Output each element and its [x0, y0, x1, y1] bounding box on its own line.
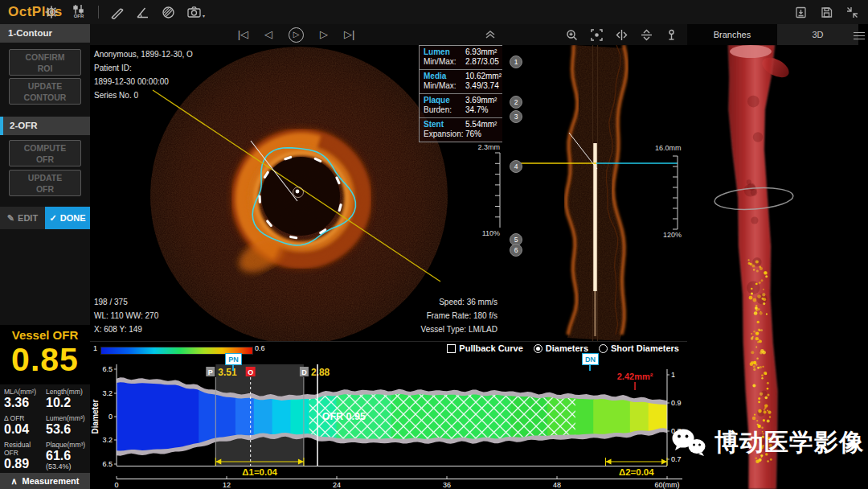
pn-marker-tick — [232, 365, 234, 371]
longitudinal-panel: 123456 16.0mm 120% — [502, 24, 688, 341]
edit-icon: ✎ — [7, 213, 14, 224]
panel-menu-icon[interactable] — [854, 30, 865, 39]
svg-text:Diameter: Diameter — [91, 400, 100, 434]
update-ofr-button[interactable]: UPDATE OFR — [9, 170, 81, 196]
svg-text:12: 12 — [223, 481, 231, 489]
flip-vertical-icon[interactable] — [638, 26, 654, 43]
svg-text:0: 0 — [114, 481, 118, 489]
patient-info: Anonymous, 1899-12-30, OPatient ID:1899-… — [94, 47, 193, 102]
last-frame-button[interactable]: ▷| — [344, 28, 354, 41]
dn-marker-tick — [589, 365, 591, 371]
branch-marker-3[interactable]: 3 — [510, 110, 522, 123]
patient-info-line: Series No. 0 — [94, 88, 193, 102]
svg-text:P: P — [208, 368, 213, 376]
branch-marker-2[interactable]: 2 — [510, 96, 522, 109]
measurement-results-box: Lumen6.93mm²Min/Max:2.87/3.05Media10.62m… — [419, 45, 502, 142]
flip-horizontal-icon[interactable] — [613, 26, 629, 43]
vessel-ofr-value: 0.85 — [0, 342, 90, 377]
settings-icon[interactable] — [43, 3, 59, 21]
longitudinal-image[interactable] — [502, 45, 687, 341]
cursor-position: X: 608 Y: 149 — [94, 323, 158, 336]
oct-image-viewport[interactable]: Anonymous, 1899-12-30, OPatient ID:1899-… — [90, 45, 502, 341]
pn-marker[interactable]: PN — [225, 353, 242, 365]
svg-text:6.5: 6.5 — [102, 365, 113, 373]
acquisition-info: Speed: 36 mm/s Frame Rate: 180 f/s Vesse… — [421, 295, 497, 336]
cross-section-panel: |◁ ◁ ▷ ▷ ▷| — [90, 24, 503, 341]
prev-frame-button[interactable]: ◁ — [264, 28, 272, 41]
radio-selected-icon — [534, 344, 542, 353]
confirm-roi-button[interactable]: CONFIRM ROI — [9, 49, 81, 76]
stent-strut — [285, 158, 291, 159]
step-contour-header[interactable]: 1-Contour — [0, 24, 90, 43]
svg-text:60(mm): 60(mm) — [655, 481, 680, 489]
branch-marker-6[interactable]: 6 — [510, 244, 522, 257]
right-panel: Branches 3D — [687, 24, 868, 489]
save-icon[interactable] — [818, 3, 834, 21]
svg-text:3.2: 3.2 — [102, 389, 113, 397]
branch-marker-1[interactable]: 1 — [510, 55, 522, 68]
svg-text:6.5: 6.5 — [102, 460, 113, 468]
lumen-area — [261, 157, 340, 236]
short-diameters-radio[interactable]: Short Diameters — [599, 343, 679, 353]
measure-length-icon[interactable] — [108, 3, 125, 21]
patient-info-line: Anonymous, 1899-12-30, O — [94, 47, 193, 61]
collapse-panel-icon[interactable] — [485, 28, 496, 39]
measurement-footer[interactable]: ∧ Measurement — [0, 473, 90, 489]
metric-cell: Lumen(mm³)53.6 — [46, 414, 94, 438]
pin-icon[interactable] — [663, 26, 679, 43]
dn-marker[interactable]: DN — [582, 353, 599, 365]
vessel-3d-render[interactable] — [687, 45, 868, 489]
next-frame-button[interactable]: ▷ — [320, 28, 328, 41]
tab-branches[interactable]: Branches — [687, 24, 777, 45]
ofr-tool-icon[interactable]: OFR — [69, 3, 88, 21]
snapshot-icon[interactable]: ▾ — [186, 3, 207, 21]
branch-marker-4[interactable]: 4 — [510, 160, 522, 173]
first-frame-button[interactable]: |◁ — [238, 28, 248, 41]
watermark: 博动医学影像 — [670, 426, 864, 459]
marker-d-value: 2.88 — [311, 367, 330, 378]
wechat-icon — [670, 427, 707, 459]
longitudinal-position-label: 16.0mm — [655, 144, 682, 152]
window-level: WL: 110 WW: 270 — [94, 309, 158, 323]
longitudinal-viewport[interactable]: 123456 16.0mm 120% — [502, 45, 687, 341]
delta2-label: Δ2=0.04 — [619, 467, 654, 477]
snapshot-caret-icon: ▾ — [203, 13, 205, 18]
marker-p-value: 3.51 — [218, 367, 237, 378]
fit-view-icon[interactable] — [588, 26, 604, 43]
edit-button[interactable]: ✎ EDIT — [0, 207, 45, 229]
svg-text:O: O — [248, 368, 253, 376]
scale-ruler — [495, 153, 500, 228]
measure-area-icon[interactable] — [160, 3, 176, 21]
ofr-annotation: OFR 0.95 — [322, 411, 366, 422]
metric-cell: Plaque(mm³)61.6(53.4%) — [46, 441, 94, 473]
done-button[interactable]: ✓ DONE — [45, 207, 90, 229]
check-icon: ✓ — [50, 213, 57, 224]
tab-3d[interactable]: 3D — [777, 24, 858, 45]
stent-strut — [339, 205, 341, 211]
compute-ofr-button[interactable]: COMPUTE OFR — [9, 140, 81, 166]
toolbar-divider — [98, 6, 99, 18]
pullback-curve-checkbox[interactable]: Pullback Curve — [447, 343, 522, 353]
zoom-icon[interactable] — [563, 26, 579, 43]
svg-text:0.9: 0.9 — [671, 399, 682, 407]
update-contour-button[interactable]: UPDATE CONTOUR — [9, 78, 81, 105]
ofr-tool-label: OFR — [74, 14, 84, 19]
measure-angle-icon[interactable] — [134, 3, 150, 21]
report-export-icon[interactable] — [792, 3, 809, 21]
step-ofr-header[interactable]: 2-OFR — [0, 117, 90, 135]
edit-done-row: ✎ EDIT ✓ DONE — [0, 207, 90, 229]
collapse-window-icon[interactable] — [844, 3, 860, 21]
vessel-ofr-panel: Vessel OFR 0.85 — [0, 325, 90, 384]
patient-info-line: Patient ID: — [94, 61, 193, 75]
delta1-label: Δ1=0.04 — [242, 467, 277, 477]
metric-cell: Length(mm)10.2 — [46, 388, 94, 412]
metric-cell: Residual OFR0.89 — [4, 441, 46, 473]
pullback-speed: Speed: 36 mm/s — [421, 295, 497, 309]
vessel-3d-viewport[interactable] — [687, 45, 868, 489]
measurement-row: Stent5.54mm²Expansion:76% — [420, 118, 502, 142]
ruler-scale-label: 2.3mm — [474, 143, 500, 151]
svg-text:3.2: 3.2 — [102, 436, 113, 444]
colorbar-min-label: 1 — [93, 344, 97, 352]
play-button[interactable]: ▷ — [289, 27, 304, 43]
diameters-radio[interactable]: Diameters — [534, 343, 588, 353]
